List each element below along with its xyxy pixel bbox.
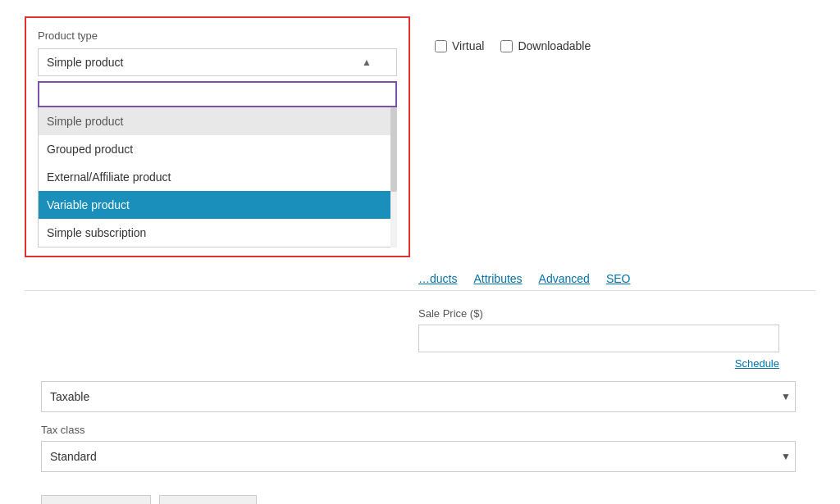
product-option-external-affiliate[interactable]: External/Affiliate product [39,163,396,191]
sale-price-section: Sale Price ($) Schedule [25,307,815,370]
product-type-selected-value: Simple product [47,56,123,69]
dropdown-scrollbar[interactable] [390,107,397,247]
chevron-up-icon: ▲ [362,57,372,68]
schedule-link[interactable]: Schedule [418,357,779,370]
save-draft-button[interactable]: Save Draft [159,495,257,504]
product-type-search-input[interactable] [38,81,397,107]
sale-price-label: Sale Price ($) [418,307,815,320]
product-option-simple-subscription[interactable]: Simple subscription [39,219,396,247]
standard-select-wrapper: Standard ▼ [41,441,799,472]
product-type-section: Product type Simple product ▲ Simple pro… [25,16,410,257]
taxable-select-wrapper: Taxable ▼ [41,381,799,412]
add-product-button[interactable]: Add Product [41,495,151,504]
tab-attributes[interactable]: Attributes [473,272,522,290]
sale-price-input[interactable] [418,325,779,352]
product-type-dropdown: Simple product Grouped product External/… [38,107,397,247]
product-type-label: Product type [38,30,397,42]
tax-class-select[interactable]: Standard [41,441,796,472]
tab-products[interactable]: …ducts [418,272,457,290]
dropdown-scrollbar-thumb [390,107,397,192]
virtual-checkbox[interactable] [435,40,447,52]
virtual-downloadable-section: Virtual Downloadable [435,16,591,52]
downloadable-label[interactable]: Downloadable [518,39,591,52]
product-type-select[interactable]: Simple product ▲ [38,48,397,76]
product-type-options-list: Simple product Grouped product External/… [38,107,397,247]
product-option-grouped-product[interactable]: Grouped product [39,135,396,163]
tax-section: Taxable ▼ Tax class Standard ▼ [25,381,815,472]
downloadable-checkbox-group: Downloadable [500,39,591,52]
tabs-row: …ducts Attributes Advanced SEO [25,272,815,291]
tab-advanced[interactable]: Advanced [539,272,590,290]
virtual-checkbox-group: Virtual [435,39,484,52]
bottom-buttons: Add Product Save Draft [25,484,815,504]
downloadable-checkbox[interactable] [500,40,513,52]
product-option-simple-product[interactable]: Simple product [39,107,396,135]
product-option-variable-product[interactable]: Variable product [39,191,396,219]
tax-class-label: Tax class [41,424,799,436]
taxable-select[interactable]: Taxable [41,381,796,412]
virtual-label[interactable]: Virtual [452,39,484,52]
tab-seo[interactable]: SEO [606,272,631,290]
